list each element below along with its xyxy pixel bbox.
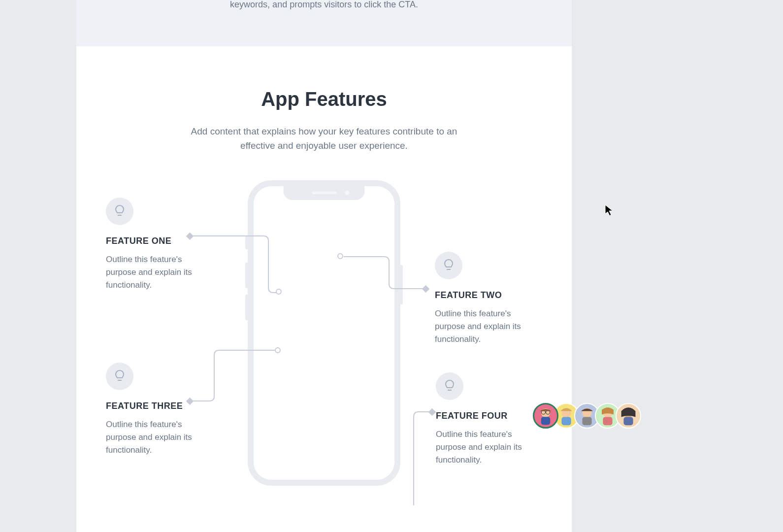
feature-title[interactable]: FEATURE THREE	[106, 401, 204, 411]
connector-circle	[275, 347, 281, 353]
feature-description[interactable]: Outline this feature's purpose and expla…	[106, 418, 204, 457]
mouse-cursor-icon	[604, 204, 615, 217]
phone-speaker	[312, 192, 336, 194]
feature-block-one[interactable]: FEATURE ONE Outline this feature's purpo…	[106, 198, 204, 292]
features-heading[interactable]: App Features	[106, 88, 542, 110]
template-canvas: keywords, and prompts visitors to click …	[76, 0, 572, 532]
lightbulb-icon	[106, 363, 133, 390]
svg-rect-13	[603, 417, 612, 425]
feature-block-three[interactable]: FEATURE THREE Outline this feature's pur…	[106, 363, 204, 457]
connector-circle	[337, 253, 343, 259]
phone-mockup	[248, 180, 400, 486]
feature-title[interactable]: FEATURE TWO	[435, 290, 533, 300]
feature-description[interactable]: Outline this feature's purpose and expla…	[435, 307, 533, 346]
collaborator-avatars[interactable]	[538, 403, 641, 429]
svg-rect-15	[623, 417, 633, 425]
feature-block-four[interactable]: FEATURE FOUR Outline this feature's purp…	[436, 372, 534, 467]
avatar[interactable]	[616, 403, 641, 429]
lightbulb-icon	[435, 252, 462, 279]
hero-section: keywords, and prompts visitors to click …	[76, 0, 572, 46]
features-subtitle[interactable]: Add content that explains how your key f…	[176, 124, 472, 153]
svg-rect-9	[561, 417, 571, 425]
feature-description[interactable]: Outline this feature's purpose and expla…	[436, 428, 534, 467]
avatar[interactable]	[533, 403, 558, 429]
connector-line	[190, 233, 288, 298]
phone-button	[245, 295, 248, 320]
feature-description[interactable]: Outline this feature's purpose and expla…	[106, 253, 204, 292]
svg-rect-5	[541, 417, 550, 425]
connector-line	[190, 348, 288, 407]
hero-partial-text[interactable]: keywords, and prompts visitors to click …	[171, 0, 477, 12]
lightbulb-icon	[436, 372, 463, 400]
svg-rect-11	[582, 417, 591, 425]
phone-camera	[345, 191, 349, 195]
feature-title[interactable]: FEATURE ONE	[106, 236, 204, 246]
phone-notch	[284, 186, 365, 200]
connector-line	[340, 254, 438, 299]
lightbulb-icon	[106, 198, 133, 225]
connector-circle	[276, 289, 282, 295]
feature-title[interactable]: FEATURE FOUR	[436, 411, 534, 421]
feature-block-two[interactable]: FEATURE TWO Outline this feature's purpo…	[435, 252, 533, 346]
features-layout: FEATURE ONE Outline this feature's purpo…	[106, 180, 542, 525]
features-section: App Features Add content that explains h…	[76, 46, 572, 532]
